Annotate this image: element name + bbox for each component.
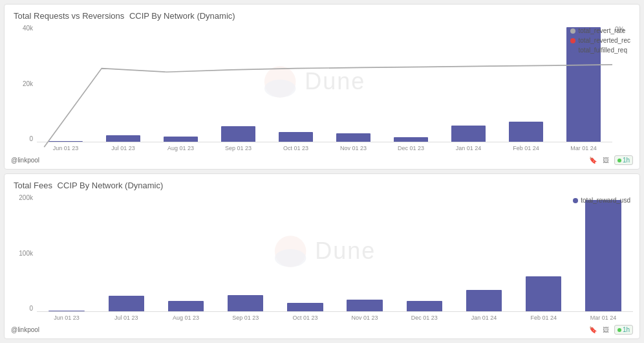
chart2-bars: Dune <box>37 194 633 312</box>
bar-group <box>514 194 574 311</box>
chart2-subtitle: CCIP By Network (Dynamic) <box>58 181 164 190</box>
chart1-y-label-bot: 0 <box>29 135 33 142</box>
legend-label: total_fulfilled_req <box>578 47 627 54</box>
chart2-x-axis: Jun 01 23Jul 01 23Aug 01 23Sep 01 23Oct … <box>37 312 633 324</box>
x-label: Feb 01 24 <box>514 315 574 321</box>
bar-group <box>394 194 454 311</box>
bar <box>164 137 198 142</box>
chart2-legend: total_reward_usd <box>570 194 633 206</box>
chart1-main-title: Total Requests vs Reversions <box>14 11 124 21</box>
chart2-footer-user: @linkpool <box>11 326 39 333</box>
bookmark-icon-1[interactable]: 🔖 <box>588 156 597 165</box>
legend-dot <box>573 198 578 203</box>
main-container: Total Requests vs Reversions CCIP By Net… <box>0 0 644 343</box>
x-label: Dec 01 23 <box>394 315 454 321</box>
chart2-panel: Total Fees CCIP By Network (Dynamic) 200… <box>4 173 640 339</box>
chart1-panel: Total Requests vs Reversions CCIP By Net… <box>4 4 640 170</box>
bar <box>526 276 561 311</box>
x-label: Nov 01 23 <box>335 315 394 321</box>
bar-group <box>216 194 275 311</box>
x-label: Oct 01 23 <box>275 315 335 321</box>
chart2-title: Total Fees CCIP By Network (Dynamic) <box>11 181 633 190</box>
chart2-area: 200k 100k 0 Dune Jun 01 23Jul 01 <box>11 194 633 324</box>
bar-group <box>37 194 96 311</box>
x-label: Aug 01 23 <box>152 145 209 151</box>
chart2-main-title: Total Fees <box>14 181 52 190</box>
x-label: Mar 01 24 <box>574 315 633 321</box>
chart2-inner: Dune Jun 01 23Jul 01 23Aug 01 23Sep 01 2… <box>37 194 633 324</box>
time-badge-2[interactable]: 1h <box>614 325 633 335</box>
bookmark-icon-2[interactable]: 🔖 <box>588 326 597 335</box>
bar-group <box>454 194 513 311</box>
image-icon-2[interactable]: 🖼 <box>601 326 610 335</box>
bar-group <box>275 194 335 311</box>
chart2-y-axis: 200k 100k 0 <box>11 194 37 324</box>
bar-group <box>440 25 497 142</box>
bar <box>347 300 382 311</box>
x-label: Jan 01 24 <box>454 315 513 321</box>
chart1-footer-right: 🔖 🖼 1h <box>588 155 633 165</box>
x-label: Dec 01 23 <box>382 145 440 151</box>
legend-label: total_reward_usd <box>581 197 630 204</box>
legend-label: total_revert_rate <box>578 27 625 34</box>
time-badge-label-2: 1h <box>623 326 630 333</box>
bar <box>168 301 204 311</box>
chart2-footer: @linkpool 🔖 🖼 1h <box>11 325 633 335</box>
legend-item: total_reward_usd <box>573 197 630 204</box>
legend-item: total_fulfilled_req <box>570 47 630 54</box>
x-label: Aug 01 23 <box>156 315 215 321</box>
legend-dot <box>570 48 575 53</box>
x-label: Oct 01 23 <box>267 145 325 151</box>
time-badge-label-1: 1h <box>623 157 630 164</box>
x-label: Jul 01 23 <box>96 315 156 321</box>
chart1-y-label-mid: 20k <box>23 80 33 87</box>
chart2-y-label-mid: 100k <box>19 250 33 257</box>
chart1-area: 40k 20k 0 Dune <box>11 25 633 154</box>
x-label: Jul 01 23 <box>94 145 152 151</box>
chart2-y-label-bot: 0 <box>29 305 33 312</box>
bar <box>509 122 543 142</box>
bar <box>106 135 140 142</box>
legend-label: total_reverted_rec <box>578 37 630 44</box>
time-dot-1 <box>617 159 621 162</box>
bar <box>221 126 255 142</box>
chart2-x-labels: Jun 01 23Jul 01 23Aug 01 23Sep 01 23Oct … <box>37 315 633 321</box>
legend-dot <box>570 38 575 43</box>
chart1-inner: Dune Jun 01 23Jul 01 23Aug 01 23Sep 01 2… <box>37 25 612 154</box>
bar <box>466 290 502 311</box>
x-label: Sep 01 23 <box>209 145 267 151</box>
time-badge-1[interactable]: 1h <box>614 155 633 165</box>
legend-item: total_revert_rate <box>570 27 630 34</box>
x-label: Jun 01 23 <box>37 315 96 321</box>
legend-item: total_reverted_rec <box>570 37 630 44</box>
bar-group <box>94 25 152 142</box>
bar-group <box>37 25 94 142</box>
chart1-y-label-top: 40k <box>23 25 33 32</box>
chart1-y-axis: 40k 20k 0 <box>11 25 37 154</box>
chart1-x-axis: Jun 01 23Jul 01 23Aug 01 23Sep 01 23Oct … <box>37 142 612 154</box>
time-dot-2 <box>617 328 621 332</box>
bar-group <box>497 25 555 142</box>
chart1-footer-user: @linkpool <box>11 157 39 164</box>
x-label: Nov 01 23 <box>325 145 382 151</box>
image-icon-1[interactable]: 🖼 <box>601 156 610 165</box>
x-label: Mar 01 24 <box>555 145 612 151</box>
x-label: Sep 01 23 <box>216 315 275 321</box>
legend-dot <box>570 28 575 34</box>
chart2-footer-right: 🔖 🖼 1h <box>588 325 633 335</box>
bar <box>287 303 323 311</box>
x-label: Jun 01 23 <box>37 145 94 151</box>
bar-group <box>574 194 633 311</box>
bar <box>48 141 83 142</box>
bar <box>109 296 144 311</box>
bar <box>394 137 428 142</box>
bar-group <box>156 194 215 311</box>
bar-group <box>382 25 440 142</box>
x-label: Jan 01 24 <box>440 145 497 151</box>
bar-group <box>152 25 209 142</box>
chart1-title: Total Requests vs Reversions CCIP By Net… <box>11 11 633 21</box>
bar <box>48 311 84 311</box>
bar <box>279 132 313 142</box>
chart1-x-labels: Jun 01 23Jul 01 23Aug 01 23Sep 01 23Oct … <box>37 145 612 151</box>
chart1-footer: @linkpool 🔖 🖼 1h <box>11 155 633 165</box>
